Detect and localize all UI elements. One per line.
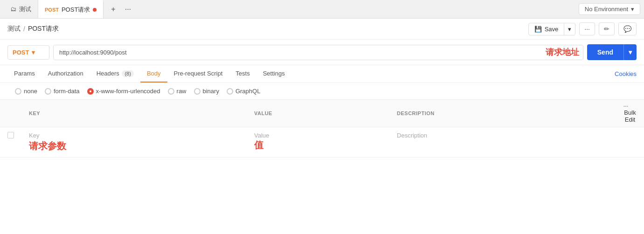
- headers-badge: (8): [122, 70, 133, 77]
- url-annotation: 请求地址: [542, 47, 583, 58]
- tab-params[interactable]: Params: [7, 65, 42, 83]
- breadcrumb-separator: /: [23, 25, 25, 33]
- request-tabs: Params Authorization Headers (8) Body Pr…: [0, 65, 644, 83]
- more-tabs-button[interactable]: ···: [121, 3, 135, 15]
- url-input-container: 请求地址: [53, 45, 583, 60]
- env-chevron-icon: ▾: [631, 6, 634, 13]
- radio-form-data: [45, 88, 51, 95]
- breadcrumb-parent[interactable]: 测试: [7, 25, 21, 33]
- collection-icon: 🗂: [10, 6, 16, 13]
- comment-button[interactable]: 💬: [618, 22, 637, 35]
- key-placeholder[interactable]: Key: [29, 132, 239, 139]
- th-value: VALUE: [247, 100, 389, 127]
- tab-tests[interactable]: Tests: [229, 65, 256, 83]
- value-cell: Value 值: [247, 127, 389, 158]
- tab-pre-request[interactable]: Pre-request Script: [167, 65, 229, 83]
- tab-authorization[interactable]: Authorization: [42, 65, 90, 83]
- save-button[interactable]: 💾 Save ▾: [528, 23, 576, 35]
- body-type-none[interactable]: none: [15, 88, 37, 95]
- value-placeholder[interactable]: Value: [254, 132, 382, 139]
- key-cell: Key 请求参数: [21, 127, 247, 158]
- th-actions: ··· Bulk Edit: [616, 100, 644, 127]
- radio-binary: [194, 88, 201, 95]
- breadcrumb-current: POST请求: [28, 25, 59, 33]
- request-tab[interactable]: POST POST请求: [38, 0, 104, 18]
- environment-selector[interactable]: No Environment ▾: [579, 3, 640, 15]
- tab-headers[interactable]: Headers (8): [90, 65, 140, 83]
- radio-graphql: [227, 88, 233, 95]
- description-placeholder: Description: [397, 132, 427, 139]
- body-type-form-data[interactable]: form-data: [45, 88, 80, 95]
- collection-tab-label: 测试: [19, 5, 31, 14]
- collection-tab[interactable]: 🗂 测试: [4, 0, 38, 18]
- tab-body[interactable]: Body: [140, 65, 167, 83]
- cookies-link[interactable]: Cookies: [615, 70, 637, 77]
- radio-none: [15, 88, 21, 95]
- save-label: Save: [545, 26, 559, 33]
- tab-bar: 🗂 测试 POST POST请求 + ··· No Environment ▾: [0, 0, 644, 19]
- url-bar: POST ▾ 请求地址 Send ▾: [0, 40, 644, 65]
- key-annotation: 请求参数: [29, 140, 239, 152]
- tab-actions: + ···: [107, 3, 135, 15]
- body-type-row: none form-data x-www-form-urlencoded raw…: [0, 83, 644, 100]
- breadcrumb-bar: 测试 / POST请求 💾 Save ▾ ··· ✏ 💬: [0, 19, 644, 40]
- th-key: KEY: [21, 100, 247, 127]
- unsaved-dot: [93, 8, 97, 12]
- body-type-urlencoded[interactable]: x-www-form-urlencoded: [87, 88, 160, 95]
- row-checkbox[interactable]: [7, 132, 14, 138]
- request-tab-method: POST: [45, 7, 59, 13]
- method-label: POST: [13, 49, 29, 56]
- body-type-raw[interactable]: raw: [168, 88, 187, 95]
- method-chevron-icon: ▾: [32, 49, 35, 56]
- send-label: Send: [587, 44, 623, 60]
- radio-urlencoded: [87, 88, 94, 95]
- save-chevron-icon[interactable]: ▾: [564, 23, 575, 35]
- breadcrumb-actions: 💾 Save ▾ ··· ✏ 💬: [528, 22, 637, 35]
- send-button[interactable]: Send ▾: [587, 44, 637, 60]
- url-input[interactable]: [54, 45, 542, 60]
- add-tab-button[interactable]: +: [107, 3, 119, 15]
- table-row: Key 请求参数 Value 值 Description: [0, 127, 644, 158]
- th-checkbox: [0, 100, 21, 127]
- body-type-graphql[interactable]: GraphQL: [227, 88, 260, 95]
- params-table: KEY VALUE DESCRIPTION ··· Bulk Edit Key …: [0, 100, 644, 158]
- row-checkbox-cell: [0, 127, 21, 158]
- radio-raw: [168, 88, 174, 95]
- env-label: No Environment: [585, 6, 628, 13]
- th-description: DESCRIPTION: [389, 100, 616, 127]
- bulk-edit-button[interactable]: Bulk Edit: [623, 109, 637, 123]
- edit-button[interactable]: ✏: [599, 22, 615, 35]
- tab-settings[interactable]: Settings: [256, 65, 291, 83]
- body-type-binary[interactable]: binary: [194, 88, 219, 95]
- more-options-button[interactable]: ···: [579, 22, 595, 35]
- method-selector[interactable]: POST ▾: [7, 45, 49, 60]
- row-actions-cell: [616, 127, 644, 158]
- description-cell[interactable]: Description: [389, 127, 616, 158]
- send-arrow-icon[interactable]: ▾: [623, 44, 637, 60]
- value-annotation: 值: [254, 139, 382, 151]
- save-main: 💾 Save: [529, 23, 565, 35]
- request-tab-name: POST请求: [62, 6, 90, 14]
- table-more-icon[interactable]: ···: [623, 103, 629, 109]
- breadcrumb: 测试 / POST请求: [7, 25, 59, 33]
- save-icon: 💾: [534, 26, 542, 33]
